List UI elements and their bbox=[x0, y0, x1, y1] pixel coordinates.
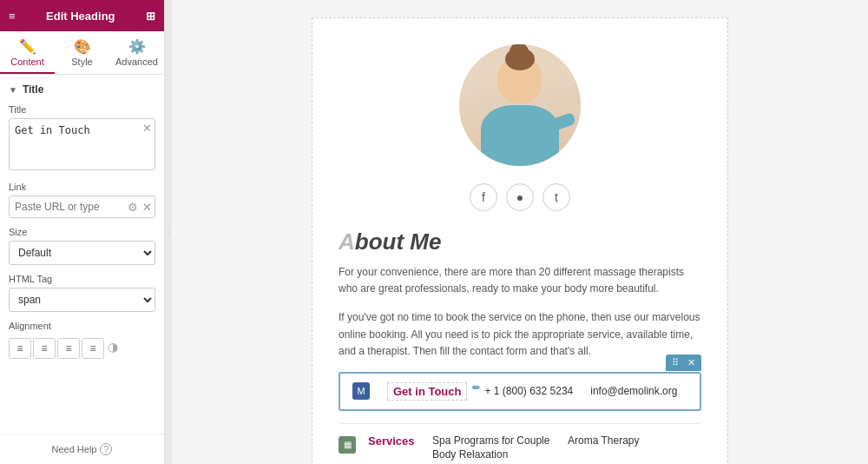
help-icon[interactable]: ? bbox=[100, 443, 112, 455]
facebook-button[interactable]: f bbox=[470, 183, 497, 211]
page-card: f ● t About Me For your convenience, the… bbox=[312, 17, 728, 464]
link-delete-button[interactable]: ✕ bbox=[141, 199, 154, 215]
align-justify-button[interactable]: ≡ bbox=[82, 338, 104, 359]
advanced-icon: ⚙️ bbox=[113, 38, 161, 55]
tab-content[interactable]: ✏️ Content bbox=[0, 31, 55, 74]
contact-bar-container: ⠿ ✕ M Get in Touch ✏ + 1 (800) 632 5234 … bbox=[339, 372, 701, 411]
service-item-0: Spa Programs for Couple bbox=[432, 434, 566, 447]
tabs-row: ✏️ Content 🎨 Style ⚙️ Advanced bbox=[0, 31, 164, 75]
contact-heading: Get in Touch ✏ bbox=[387, 382, 467, 401]
alignment-label: Alignment bbox=[9, 321, 155, 331]
service-item-2: Body Relaxation bbox=[432, 448, 566, 461]
contact-email: info@demolink.org bbox=[590, 385, 677, 397]
htmltag-select[interactable]: span h1h2h3 h4h5h6 divp bbox=[9, 288, 155, 312]
menu-icon[interactable]: ≡ bbox=[9, 10, 16, 23]
panel-content: ▼ Title Title Get in Touch ✕ Link ⚙ ✕ Si… bbox=[0, 75, 164, 434]
section-title-title[interactable]: ▼ Title bbox=[9, 83, 155, 96]
social-icons: f ● t bbox=[470, 183, 570, 211]
link-field-group: ⚙ ✕ bbox=[9, 196, 155, 218]
align-buttons: ≡ ≡ ≡ ≡ bbox=[9, 338, 104, 359]
about-body-1: For your convenience, there are more tha… bbox=[339, 264, 701, 297]
top-bar: ≡ Edit Heading ⊞ bbox=[0, 0, 164, 31]
content-icon: ✏️ bbox=[3, 38, 51, 55]
contact-bar-wrap: M Get in Touch ✏ + 1 (800) 632 5234 info… bbox=[339, 372, 701, 411]
alignment-row: ≡ ≡ ≡ ≡ ◑ bbox=[9, 335, 155, 359]
size-label: Size bbox=[9, 227, 155, 237]
grid-icon[interactable]: ⊞ bbox=[146, 10, 155, 23]
contact-bar-toolbar: ⠿ ✕ bbox=[666, 355, 701, 371]
tab-advanced[interactable]: ⚙️ Advanced bbox=[109, 31, 164, 74]
about-title: About Me bbox=[339, 229, 701, 255]
style-icon: 🎨 bbox=[58, 38, 106, 55]
profile-image bbox=[459, 44, 581, 166]
instagram-button[interactable]: ● bbox=[506, 183, 534, 211]
title-textarea[interactable]: Get in Touch bbox=[9, 118, 155, 170]
contact-bar-icon: M bbox=[352, 382, 370, 400]
contact-bar-close-button[interactable]: ✕ bbox=[685, 356, 698, 369]
htmltag-label: HTML Tag bbox=[9, 274, 155, 284]
alignment-extra-icon: ◑ bbox=[108, 340, 118, 354]
left-panel: ≡ Edit Heading ⊞ ✏️ Content 🎨 Style ⚙️ A… bbox=[0, 0, 165, 464]
about-title-text: bout Me bbox=[355, 229, 442, 255]
tab-style[interactable]: 🎨 Style bbox=[55, 31, 109, 74]
link-label: Link bbox=[9, 182, 155, 192]
contact-heading-edit-icon[interactable]: ✏ bbox=[472, 382, 480, 394]
link-settings-button[interactable]: ⚙ bbox=[128, 201, 138, 214]
align-left-button[interactable]: ≡ bbox=[9, 338, 31, 359]
contact-phone: + 1 (800) 632 5234 bbox=[484, 385, 573, 397]
contact-bar-move-button[interactable]: ⠿ bbox=[669, 356, 681, 369]
need-help: Need Help ? bbox=[0, 434, 164, 464]
panel-divider[interactable]: ⋮ bbox=[165, 0, 172, 464]
title-label: Title bbox=[9, 104, 155, 115]
services-row: ▦ Services Spa Programs for Couple Aroma… bbox=[339, 423, 701, 464]
services-icon: ▦ bbox=[339, 436, 356, 454]
service-item-1: Aroma Therapy bbox=[568, 434, 701, 447]
twitter-button[interactable]: t bbox=[542, 183, 570, 211]
size-select[interactable]: Default Small Medium Large XL bbox=[9, 241, 155, 265]
need-help-text: Need Help bbox=[52, 444, 97, 454]
title-delete-button[interactable]: ✕ bbox=[142, 122, 152, 135]
align-right-button[interactable]: ≡ bbox=[57, 338, 80, 359]
panel-title: Edit Heading bbox=[46, 10, 115, 23]
main-content: f ● t About Me For your convenience, the… bbox=[172, 0, 868, 464]
services-label: Services bbox=[368, 434, 420, 447]
contact-bar: M Get in Touch ✏ + 1 (800) 632 5234 info… bbox=[340, 374, 700, 409]
arrow-icon: ▼ bbox=[9, 85, 17, 95]
about-body-2: If you've got no time to book the servic… bbox=[339, 309, 701, 360]
profile-section: f ● t bbox=[339, 44, 701, 211]
services-grid: Spa Programs for Couple Aroma Therapy Bo… bbox=[432, 434, 701, 461]
services-content: Spa Programs for Couple Aroma Therapy Bo… bbox=[432, 434, 701, 461]
title-field-group: Get in Touch ✕ bbox=[9, 118, 155, 173]
align-center-button[interactable]: ≡ bbox=[33, 338, 56, 359]
about-a-letter: A bbox=[339, 229, 355, 255]
